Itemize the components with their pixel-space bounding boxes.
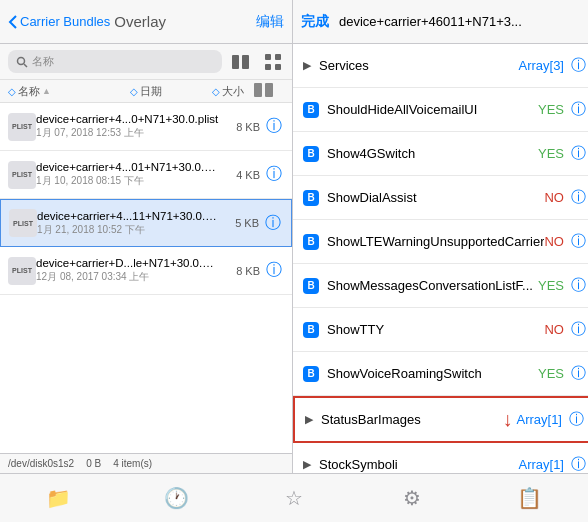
right-list-item[interactable]: B ShowVoiceRoamingSwitch YES ⓘ <box>293 352 588 396</box>
tab-files[interactable]: 📁 <box>0 474 118 522</box>
favorites-icon: ☆ <box>285 486 303 510</box>
right-item-value: YES <box>538 146 564 161</box>
right-list-item[interactable]: B ShowTTY NO ⓘ <box>293 308 588 352</box>
svg-point-0 <box>18 57 25 64</box>
plist-icon: PLIST <box>8 113 36 141</box>
tab-history[interactable]: 🕐 <box>118 474 236 522</box>
nav-right: 完成 device+carrier+46011+N71+3... <box>293 0 588 43</box>
svg-rect-6 <box>265 64 271 70</box>
right-item-value: YES <box>538 102 564 117</box>
columns-icon[interactable] <box>230 51 252 73</box>
file-name: device+carrier+4...01+N71+30.0.plist <box>36 161 220 173</box>
info-button[interactable]: ⓘ <box>264 116 284 137</box>
right-info-button[interactable]: ⓘ <box>568 410 586 429</box>
right-info-button[interactable]: ⓘ <box>570 144 588 163</box>
right-item-value: NO <box>544 190 564 205</box>
status-items: 4 item(s) <box>113 458 152 469</box>
right-info-button[interactable]: ⓘ <box>570 56 588 75</box>
svg-rect-8 <box>254 83 262 97</box>
file-name: device+carrier+4...0+N71+30.0.plist <box>36 113 220 125</box>
settings-icon: ⚙ <box>403 486 421 510</box>
tab-bar: 📁 🕐 ☆ ⚙ 📋 <box>0 473 588 522</box>
content-area: 名称 <box>0 44 588 473</box>
status-bytes: 0 B <box>86 458 101 469</box>
back-button[interactable]: Carrier Bundles <box>8 14 110 30</box>
search-box[interactable]: 名称 <box>8 50 222 73</box>
right-item-name: StockSymboli <box>319 457 518 472</box>
right-list-item[interactable]: B ShowMessagesConversationListF... YES ⓘ <box>293 264 588 308</box>
edit-button[interactable]: 编辑 <box>256 13 284 31</box>
right-item-name: ShowDialAssist <box>327 190 544 205</box>
file-item[interactable]: PLIST device+carrier+4...11+N71+30.0.pli… <box>0 199 292 247</box>
right-item-name: Show4GSwitch <box>327 146 538 161</box>
col-date-header[interactable]: ◇ 日期 <box>130 84 210 99</box>
expand-arrow: ▶ <box>303 458 311 471</box>
right-panel-title: device+carrier+46011+N71+3... <box>339 14 574 29</box>
file-info: device+carrier+4...0+N71+30.0.plist 1月 0… <box>36 113 220 140</box>
file-date: 12月 08, 2017 03:34 上午 <box>36 270 220 284</box>
right-info-button[interactable]: ⓘ <box>570 364 588 383</box>
right-item-value: Array[1] <box>516 412 562 427</box>
svg-line-1 <box>24 64 27 67</box>
right-list-item[interactable]: B ShowDialAssist NO ⓘ <box>293 176 588 220</box>
right-item-value: NO <box>544 234 564 249</box>
col-icons-header <box>254 83 284 99</box>
info-button[interactable]: ⓘ <box>263 213 283 234</box>
type-badge: B <box>303 234 319 250</box>
file-name: device+carrier+4...11+N71+30.0.plist <box>37 210 219 222</box>
right-info-button[interactable]: ⓘ <box>570 455 588 473</box>
file-info: device+carrier+4...01+N71+30.0.plist 1月 … <box>36 161 220 188</box>
history-icon: 🕐 <box>164 486 189 510</box>
right-item-name: ShowMessagesConversationListF... <box>327 278 538 293</box>
file-list: PLIST device+carrier+4...0+N71+30.0.plis… <box>0 103 292 453</box>
right-item-name: ShowVoiceRoamingSwitch <box>327 366 538 381</box>
toolbar-icons <box>230 51 284 73</box>
right-item-name: Services <box>319 58 518 73</box>
file-info: device+carrier+4...11+N71+30.0.plist 1月 … <box>37 210 219 237</box>
file-date: 1月 21, 2018 10:52 下午 <box>37 223 219 237</box>
right-list-item[interactable]: ▶ StockSymboli Array[1] ⓘ <box>293 443 588 473</box>
right-list-item[interactable]: ▶ StatusBarImages ↓ Array[1] ⓘ <box>293 396 588 443</box>
svg-rect-3 <box>242 55 249 69</box>
done-button[interactable]: 完成 <box>301 13 329 31</box>
file-date: 1月 07, 2018 12:53 上午 <box>36 126 220 140</box>
col-name-header[interactable]: ◇ 名称 ▲ <box>8 84 128 99</box>
right-list-item[interactable]: B ShowLTEWarningUnsupportedCarrier NO ⓘ <box>293 220 588 264</box>
tab-clipboard[interactable]: 📋 <box>470 474 588 522</box>
file-size: 5 KB <box>219 217 259 229</box>
grid-icon[interactable] <box>262 51 284 73</box>
file-info: device+carrier+D...le+N71+30.0.plist 12月… <box>36 257 220 284</box>
clipboard-icon: 📋 <box>517 486 542 510</box>
right-item-name: ShowLTEWarningUnsupportedCarrier <box>327 234 544 249</box>
plist-icon: PLIST <box>8 161 36 189</box>
tab-favorites[interactable]: ☆ <box>235 474 353 522</box>
back-label: Carrier Bundles <box>20 14 110 29</box>
info-button[interactable]: ⓘ <box>264 164 284 185</box>
right-info-button[interactable]: ⓘ <box>570 188 588 207</box>
right-item-value: YES <box>538 366 564 381</box>
svg-rect-9 <box>265 83 273 97</box>
red-arrow-annotation: ↓ <box>502 408 512 431</box>
right-list-item[interactable]: ▶ Services Array[3] ⓘ <box>293 44 588 88</box>
file-size: 8 KB <box>220 121 260 133</box>
file-item[interactable]: PLIST device+carrier+D...le+N71+30.0.pli… <box>0 247 292 295</box>
top-nav: Carrier Bundles Overlay 编辑 完成 device+car… <box>0 0 588 44</box>
col-size-header[interactable]: ◇ 大小 <box>212 84 252 99</box>
right-info-button[interactable]: ⓘ <box>570 100 588 119</box>
right-info-button[interactable]: ⓘ <box>570 276 588 295</box>
type-badge: B <box>303 190 319 206</box>
type-badge: B <box>303 146 319 162</box>
tab-settings[interactable]: ⚙ <box>353 474 471 522</box>
right-list-item[interactable]: B ShouldHideAllVoicemailUI YES ⓘ <box>293 88 588 132</box>
info-button[interactable]: ⓘ <box>264 260 284 281</box>
right-item-name: ShowTTY <box>327 322 544 337</box>
right-info-button[interactable]: ⓘ <box>570 232 588 251</box>
search-icon <box>16 56 28 68</box>
file-item[interactable]: PLIST device+carrier+4...01+N71+30.0.pli… <box>0 151 292 199</box>
overlay-label: Overlay <box>114 13 166 30</box>
right-item-value: YES <box>538 278 564 293</box>
right-info-button[interactable]: ⓘ <box>570 320 588 339</box>
file-item[interactable]: PLIST device+carrier+4...0+N71+30.0.plis… <box>0 103 292 151</box>
right-list-item[interactable]: B Show4GSwitch YES ⓘ <box>293 132 588 176</box>
nav-left: Carrier Bundles Overlay 编辑 <box>0 0 293 43</box>
